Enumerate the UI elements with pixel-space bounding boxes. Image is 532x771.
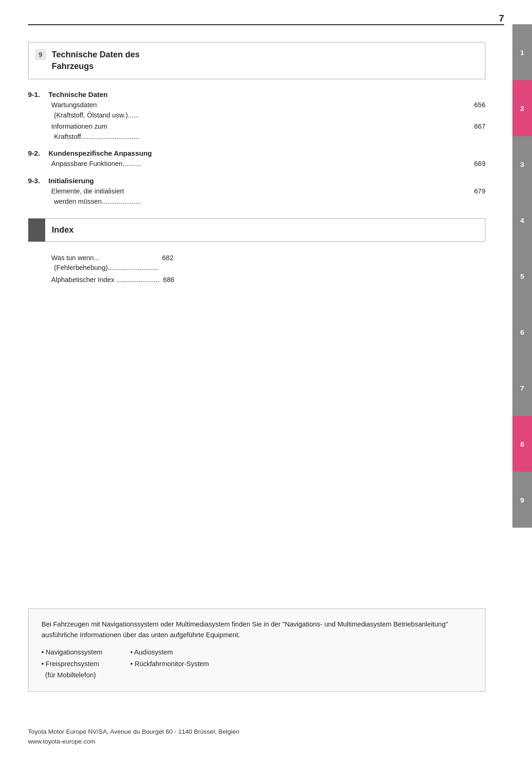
info-box-list-right: Audiosystem Rückfahrmonitor-System	[130, 647, 209, 681]
index-box: Index	[28, 218, 485, 242]
info-box-lists: Navigationssystem Freisprechsystem (für …	[41, 647, 472, 681]
sidebar-tab-2[interactable]: 2	[512, 80, 532, 136]
sidebar: 1 2 3 4 5 6 7 8 9	[512, 24, 532, 528]
toc-9-3-entry-1: Elemente, die initialisiertwerden müssen…	[51, 186, 485, 207]
index-entry-1: Was tun wenn...(Fehlerbehebung).........…	[51, 253, 485, 274]
toc-9-1-label: 9-1. Technische Daten	[28, 90, 485, 98]
index-title: Index	[52, 225, 477, 235]
sidebar-tab-8[interactable]: 8	[512, 416, 532, 472]
top-rule	[28, 24, 504, 25]
toc-9-2-label: 9-2. Kundenspezifische Anpassung	[28, 149, 485, 157]
info-box-text: Bei Fahrzeugen mit Navigationssystem ode…	[41, 619, 472, 640]
section9-number: 9	[35, 49, 46, 60]
sidebar-tab-4[interactable]: 4	[512, 192, 532, 248]
index-bar	[28, 219, 45, 241]
info-list-item-2: Freisprechsystem (für Mobiltelefon)	[41, 658, 102, 681]
sidebar-tab-7[interactable]: 7	[512, 360, 532, 416]
sidebar-tab-5[interactable]: 5	[512, 248, 532, 304]
footer: Toyota Motor Europe NV/SA, Avenue du Bou…	[28, 727, 485, 747]
info-list-item-4: Rückfahrmonitor-System	[130, 658, 209, 670]
section9-title: Technische Daten des Fahrzeugs	[52, 49, 477, 72]
sidebar-tab-9[interactable]: 9	[512, 472, 532, 528]
toc-9-3-group: 9-3. Initialisierung Elemente, die initi…	[28, 177, 485, 207]
index-entries: Was tun wenn...(Fehlerbehebung).........…	[51, 253, 485, 285]
info-box: Bei Fahrzeugen mit Navigationssystem ode…	[28, 608, 485, 692]
toc-9-3-label: 9-3. Initialisierung	[28, 177, 485, 185]
page-number: 7	[499, 13, 504, 24]
sidebar-tab-6[interactable]: 6	[512, 304, 532, 360]
toc-9-1-entry-1: Wartungsdaten(Kraftstoff, Ölstand usw.).…	[51, 100, 485, 121]
section9-box: 9 Technische Daten des Fahrzeugs	[28, 42, 485, 79]
info-list-item-1: Navigationssystem	[41, 647, 102, 658]
sidebar-tab-1[interactable]: 1	[512, 24, 532, 80]
toc-9-1-entry-2: Informationen zumKraftstoff.............…	[51, 122, 485, 142]
toc-9-2-group: 9-2. Kundenspezifische Anpassung Anpassb…	[28, 149, 485, 169]
toc-9-1-group: 9-1. Technische Daten Wartungsdaten(Kraf…	[28, 90, 485, 142]
footer-line2: www.toyota-europe.com	[28, 737, 485, 747]
footer-line1: Toyota Motor Europe NV/SA, Avenue du Bou…	[28, 727, 485, 737]
sidebar-tab-3[interactable]: 3	[512, 136, 532, 192]
info-box-list-left: Navigationssystem Freisprechsystem (für …	[41, 647, 102, 681]
toc-9-2-entry-1: Anpassbare Funktionen.......... 669	[51, 159, 485, 169]
index-entry-2: Alphabetischer Index ...................…	[51, 275, 485, 285]
info-list-item-3: Audiosystem	[130, 647, 209, 658]
